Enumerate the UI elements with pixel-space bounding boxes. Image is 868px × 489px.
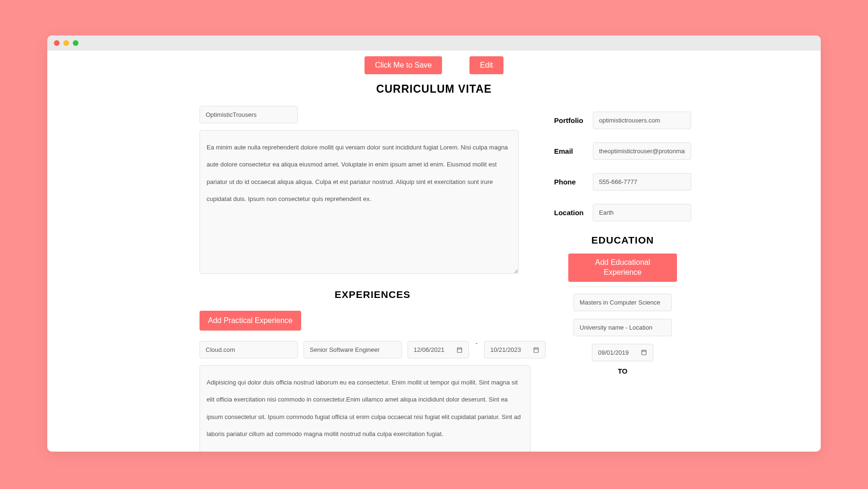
experience-description[interactable]: Adipisicing qui dolor duis officia nostr… — [200, 365, 530, 452]
job-title-input[interactable] — [304, 341, 402, 358]
education-divider — [568, 287, 677, 287]
email-input[interactable] — [593, 142, 691, 160]
experiences-title: EXPERIENCES — [200, 289, 546, 300]
experience-date-from-input[interactable]: 12/06/2021 — [408, 341, 469, 358]
save-button[interactable]: Click Me to Save — [365, 56, 442, 74]
close-window-button[interactable] — [54, 40, 60, 46]
degree-input[interactable] — [573, 294, 672, 311]
calendar-icon — [456, 347, 463, 353]
portfolio-label: Portfolio — [554, 116, 585, 124]
page-title: CURRICULUM VITAE — [47, 83, 821, 96]
location-label: Location — [554, 209, 585, 217]
edit-button[interactable]: Edit — [469, 56, 503, 74]
email-label: Email — [554, 147, 585, 155]
to-label: TO — [554, 367, 691, 375]
phone-input[interactable] — [593, 173, 691, 191]
portfolio-input[interactable] — [593, 112, 691, 129]
maximize-window-button[interactable] — [73, 40, 78, 46]
date-to-value: 10/21/2023 — [490, 346, 521, 353]
school-input[interactable] — [573, 319, 672, 336]
top-button-bar: Click Me to Save Edit — [47, 56, 821, 74]
edu-date-from-value: 09/01/2019 — [598, 349, 629, 356]
app-window: Click Me to Save Edit CURRICULUM VITAE E… — [47, 35, 821, 452]
date-separator: - — [476, 340, 477, 347]
add-education-button[interactable]: Add Educational Experience — [568, 253, 677, 282]
experience-date-to-input[interactable]: 10/21/2023 — [484, 341, 546, 358]
calendar-icon — [641, 349, 647, 356]
calendar-icon — [533, 347, 539, 353]
experience-row: 12/06/2021 - 10/21/2023 — [200, 341, 546, 358]
titlebar — [47, 35, 821, 51]
add-experience-button[interactable]: Add Practical Experience — [200, 311, 301, 331]
minimize-window-button[interactable] — [63, 40, 69, 46]
date-from-value: 12/06/2021 — [414, 346, 444, 353]
phone-label: Phone — [554, 178, 585, 186]
education-title: EDUCATION — [554, 235, 691, 246]
education-date-from-input[interactable]: 09/01/2019 — [592, 344, 653, 361]
name-input[interactable] — [200, 106, 298, 123]
company-input[interactable] — [200, 341, 298, 358]
location-input[interactable] — [593, 204, 691, 221]
bio-textarea[interactable]: Ea minim aute nulla reprehenderit dolore… — [200, 130, 519, 274]
content-area: Click Me to Save Edit CURRICULUM VITAE E… — [47, 51, 821, 452]
